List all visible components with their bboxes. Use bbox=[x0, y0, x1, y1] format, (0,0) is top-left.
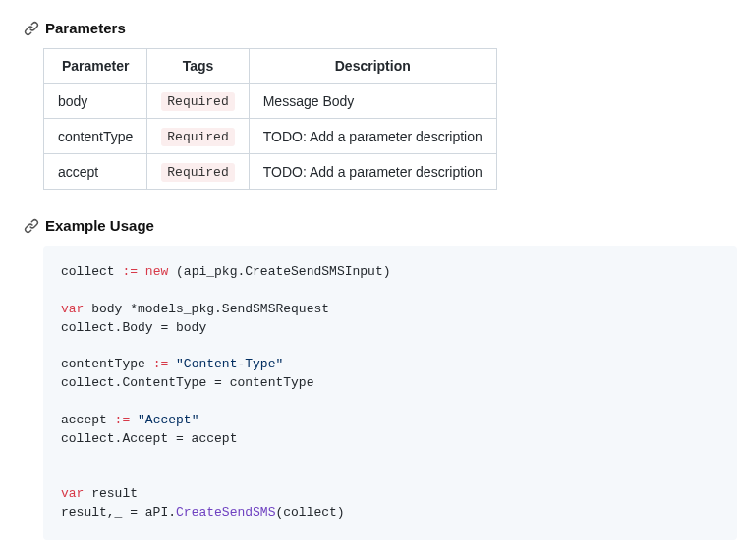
code-text: result bbox=[84, 486, 138, 501]
code-text bbox=[138, 264, 145, 279]
code-text: result,_ = aPI. bbox=[61, 505, 176, 520]
required-tag: Required bbox=[161, 92, 234, 111]
cell-tag: Required bbox=[147, 119, 249, 154]
table-row: contentType Required TODO: Add a paramet… bbox=[44, 119, 497, 154]
required-tag: Required bbox=[161, 163, 234, 182]
parameters-title: Parameters bbox=[45, 20, 126, 36]
code-text: body *models_pkg.SendSMSRequest bbox=[84, 302, 329, 316]
parameters-heading: Parameters bbox=[24, 20, 737, 36]
code-text: collect bbox=[61, 264, 122, 279]
parameters-table: Parameter Tags Description body Required… bbox=[43, 48, 497, 190]
cell-desc: TODO: Add a parameter description bbox=[249, 154, 496, 190]
cell-desc: Message Body bbox=[249, 84, 496, 119]
cell-param: accept bbox=[44, 154, 147, 190]
code-op: := bbox=[122, 264, 138, 279]
col-parameter: Parameter bbox=[44, 49, 147, 84]
code-text: (collect) bbox=[275, 505, 344, 520]
code-op: := bbox=[115, 413, 131, 427]
example-heading: Example Usage bbox=[24, 217, 737, 234]
code-text: contentType bbox=[61, 357, 153, 371]
code-text: accept bbox=[61, 413, 115, 427]
code-text: collect.Body = body bbox=[61, 320, 206, 335]
col-desc: Description bbox=[249, 49, 496, 84]
code-kw: var bbox=[61, 302, 84, 316]
cell-tag: Required bbox=[147, 154, 249, 190]
link-icon bbox=[24, 218, 39, 234]
cell-param: contentType bbox=[44, 119, 147, 154]
table-header-row: Parameter Tags Description bbox=[44, 49, 497, 84]
code-fn: CreateSendSMS bbox=[176, 505, 275, 520]
example-title: Example Usage bbox=[45, 217, 154, 234]
link-icon bbox=[24, 21, 39, 36]
code-text: collect.ContentType = contentType bbox=[61, 375, 313, 390]
code-str: "Accept" bbox=[138, 413, 198, 427]
required-tag: Required bbox=[161, 128, 234, 146]
code-text: (api_pkg.CreateSendSMSInput) bbox=[168, 264, 390, 279]
code-text bbox=[130, 413, 138, 427]
cell-tag: Required bbox=[147, 84, 249, 119]
code-text: collect.Accept = accept bbox=[61, 431, 237, 446]
code-kw: var bbox=[61, 486, 84, 501]
table-row: body Required Message Body bbox=[44, 84, 497, 119]
code-op: := bbox=[153, 357, 169, 371]
col-tags: Tags bbox=[147, 49, 249, 84]
cell-desc: TODO: Add a parameter description bbox=[249, 119, 496, 154]
code-kw: new bbox=[145, 264, 168, 279]
code-text bbox=[168, 357, 176, 371]
table-row: accept Required TODO: Add a parameter de… bbox=[44, 154, 497, 190]
code-str: "Content-Type" bbox=[176, 357, 283, 371]
cell-param: body bbox=[44, 84, 147, 119]
code-block: collect := new (api_pkg.CreateSendSMSInp… bbox=[43, 246, 737, 540]
